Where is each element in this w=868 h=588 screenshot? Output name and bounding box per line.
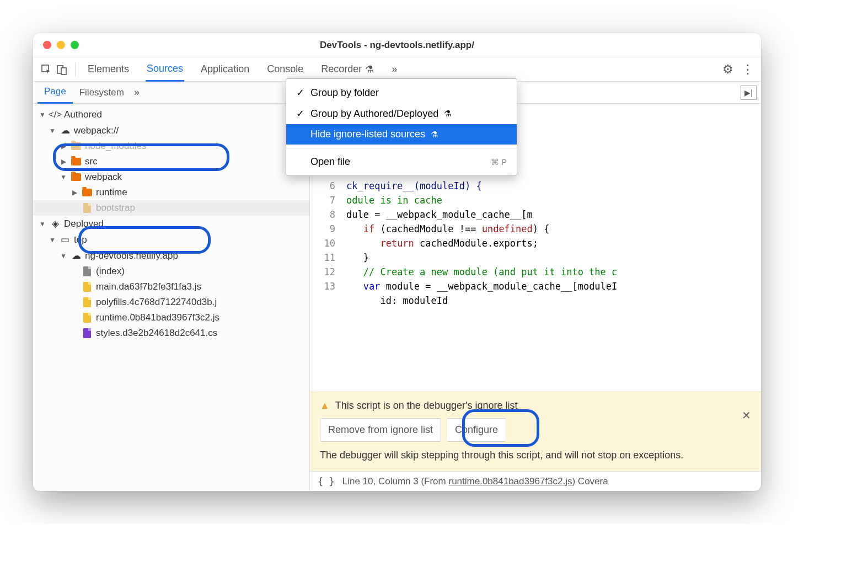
window-icon: ▭ xyxy=(60,234,71,245)
notice-title: This script is on the debugger's ignore … xyxy=(335,400,518,411)
ignore-list-notice: ▲ This script is on the debugger's ignor… xyxy=(310,392,761,471)
flask-icon: ⚗ xyxy=(444,109,451,119)
ctx-group-by-folder[interactable]: ✓ Group by folder xyxy=(286,82,517,103)
tree-styles-css[interactable]: styles.d3e2b24618d2c641.cs xyxy=(33,325,309,341)
notice-body: The debugger will skip stepping through … xyxy=(320,450,751,461)
code-brackets-icon: </> xyxy=(50,109,61,120)
tree-webpack-folder[interactable]: ▼ webpack xyxy=(33,169,309,185)
tab-console[interactable]: Console xyxy=(266,57,304,82)
tab-elements[interactable]: Elements xyxy=(87,57,130,82)
flask-icon: ⚗ xyxy=(431,130,438,140)
shortcut-label: ⌘ P xyxy=(491,157,507,167)
remove-from-ignore-button[interactable]: Remove from ignore list xyxy=(320,418,441,442)
window-title: DevTools - ng-devtools.netlify.app/ xyxy=(33,40,761,51)
tree-main-js[interactable]: main.da63f7b2fe3f1fa3.js xyxy=(33,279,309,295)
flask-icon: ⚗ xyxy=(365,63,374,76)
tree-top[interactable]: ▼▭ top xyxy=(33,232,309,248)
check-icon: ✓ xyxy=(296,108,305,120)
file-icon xyxy=(83,297,91,307)
context-menu: ✓ Group by folder ✓ Group by Authored/De… xyxy=(286,78,517,176)
file-icon xyxy=(83,203,91,213)
inspect-icon[interactable] xyxy=(39,62,54,77)
settings-icon[interactable]: ⚙ xyxy=(720,62,736,77)
pretty-print-icon[interactable]: { } xyxy=(318,476,335,487)
tab-application[interactable]: Application xyxy=(200,57,250,82)
tree-webpack-scheme[interactable]: ▼☁ webpack:// xyxy=(33,122,309,138)
minimize-window[interactable] xyxy=(57,41,65,49)
folder-icon xyxy=(71,158,81,165)
configure-button[interactable]: Configure xyxy=(447,418,506,442)
tree-host[interactable]: ▼☁ ng-devtools.netlify.app xyxy=(33,248,309,264)
navigator-tabs: Page Filesystem » ⋮ xyxy=(33,82,309,104)
cloud-icon: ☁ xyxy=(71,250,82,261)
toggle-debugger-icon[interactable]: ▶| xyxy=(741,85,757,100)
ctx-hide-ignored[interactable]: Hide ignore-listed sources ⚗ xyxy=(286,124,517,145)
navigator-sidebar: Page Filesystem » ⋮ ▼</> Authored ▼☁ web… xyxy=(33,82,310,491)
panel-tabs: Elements Sources Application Console Rec… xyxy=(87,57,720,82)
file-icon xyxy=(83,282,91,292)
warning-icon: ▲ xyxy=(320,400,330,411)
tree-node-modules[interactable]: ▶ node_modules xyxy=(33,138,309,154)
sidetab-filesystem[interactable]: Filesystem xyxy=(73,82,131,103)
tree-polyfills-js[interactable]: polyfills.4c768d7122740d3b.j xyxy=(33,295,309,310)
tree-runtime-js[interactable]: runtime.0b841bad3967f3c2.js xyxy=(33,310,309,325)
file-icon xyxy=(83,328,91,338)
file-icon xyxy=(83,313,91,323)
ctx-open-file[interactable]: Open file ⌘ P xyxy=(286,152,517,172)
folder-icon xyxy=(71,142,81,150)
zoom-window[interactable] xyxy=(71,41,79,49)
tab-recorder[interactable]: Recorder⚗ xyxy=(320,57,375,82)
file-tree: ▼</> Authored ▼☁ webpack:// ▶ node_modul… xyxy=(33,104,309,344)
tree-authored[interactable]: ▼</> Authored xyxy=(33,107,309,122)
check-icon: ✓ xyxy=(296,87,305,99)
tree-deployed[interactable]: ▼◈ Deployed xyxy=(33,216,309,232)
more-tabs[interactable]: » xyxy=(390,57,398,82)
device-toggle-icon[interactable] xyxy=(54,62,69,77)
more-sidetabs[interactable]: » xyxy=(134,87,140,98)
close-notice-icon[interactable]: ✕ xyxy=(742,409,751,422)
titlebar: DevTools - ng-devtools.netlify.app/ xyxy=(33,33,761,57)
tab-sources[interactable]: Sources xyxy=(146,57,184,82)
status-bar: { } Line 10, Column 3 (From runtime.0b84… xyxy=(310,471,761,491)
folder-icon xyxy=(82,189,92,196)
ctx-group-by-authored[interactable]: ✓ Group by Authored/Deployed ⚗ xyxy=(286,103,517,124)
cube-icon: ◈ xyxy=(50,218,61,229)
folder-icon xyxy=(71,173,81,181)
devtools-window: DevTools - ng-devtools.netlify.app/ Elem… xyxy=(33,33,761,491)
file-icon xyxy=(83,266,91,276)
tree-index[interactable]: (index) xyxy=(33,264,309,279)
kebab-menu-icon[interactable]: ⋮ xyxy=(740,62,756,77)
window-controls xyxy=(43,41,79,49)
tree-runtime-folder[interactable]: ▶ runtime xyxy=(33,185,309,200)
cloud-icon: ☁ xyxy=(60,125,71,136)
svg-rect-2 xyxy=(61,68,66,74)
tree-src[interactable]: ▶ src xyxy=(33,154,309,169)
source-link[interactable]: runtime.0b841bad3967f3c2.js xyxy=(448,476,572,487)
sidetab-page[interactable]: Page xyxy=(37,82,73,104)
tree-bootstrap-file[interactable]: bootstrap xyxy=(33,200,309,216)
close-window[interactable] xyxy=(43,41,51,49)
